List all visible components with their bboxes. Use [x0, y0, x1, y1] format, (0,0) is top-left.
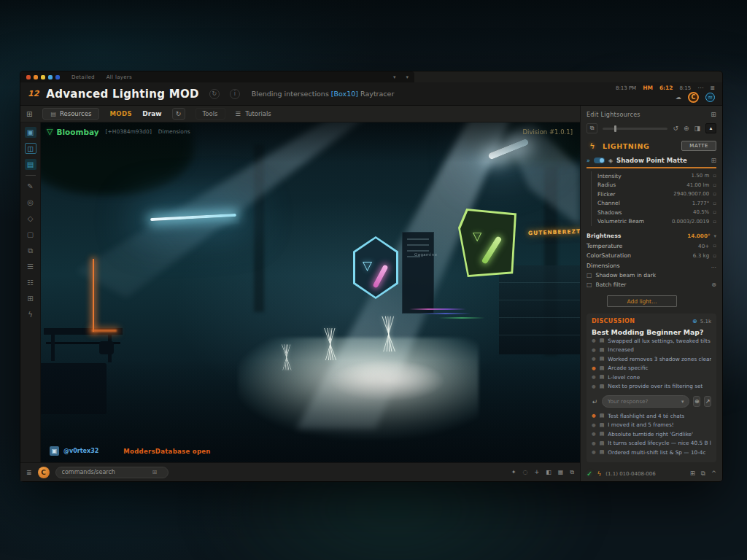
timeline-scrubber[interactable]: [603, 128, 667, 130]
message-row[interactable]: ●▤L-level cone: [592, 373, 711, 382]
reply-input[interactable]: ▾: [602, 395, 690, 408]
window-dot[interactable]: [41, 75, 45, 79]
split-view-icon[interactable]: ◧: [546, 469, 551, 475]
rows-tool-icon[interactable]: ☷: [25, 277, 36, 288]
export-button[interactable]: ▴: [705, 123, 716, 133]
reply-field[interactable]: [608, 398, 678, 405]
app-logo-icon[interactable]: C: [688, 92, 699, 103]
property-row[interactable]: Flicker2940.9007.00▫: [597, 190, 716, 199]
attach-button[interactable]: ⊕: [693, 396, 700, 407]
stepper-icon[interactable]: ▫: [713, 219, 716, 225]
stepper-icon[interactable]: ▫: [713, 253, 716, 259]
sphere-tool-icon[interactable]: ◎: [25, 197, 36, 208]
menu-all-layers[interactable]: All layers: [107, 74, 132, 80]
message-row[interactable]: ●▤Swapped all lux settings, tweaked tilt…: [592, 336, 711, 346]
selected-light-row[interactable]: ϟ LIGHTNING MATTE: [587, 141, 716, 151]
property-row[interactable]: Volumetric Beam0.0003/2.0019▫: [597, 217, 716, 227]
frames-tool-icon[interactable]: ◫: [25, 143, 36, 154]
preset-toggle[interactable]: [594, 158, 605, 163]
reply-item[interactable]: ●▤Absolute turntide right 'Gridlike': [592, 429, 711, 439]
chevrons-icon[interactable]: »: [587, 158, 590, 164]
add-light-button[interactable]: Add light…: [607, 295, 677, 307]
tab-tutorials[interactable]: ☰ Tutorials: [236, 110, 271, 117]
reply-item[interactable]: ●▤Test flashlight and 4 té chats: [592, 411, 711, 421]
input-grid-icon[interactable]: ⊞: [152, 469, 158, 475]
add-icon[interactable]: ⊕: [684, 125, 689, 132]
property-row[interactable]: Channel1.777°▫: [597, 199, 716, 209]
scene-viewport[interactable]: ▽ Gagamine ▽ GUTENBEREZTA ▽ Bloombay [+H…: [41, 122, 580, 462]
pen-tool-icon[interactable]: ✎: [25, 181, 36, 192]
layers-tool-icon[interactable]: ▤: [25, 159, 36, 170]
checkbox-row[interactable]: □Batch filter⊛: [587, 280, 716, 289]
grid-icon[interactable]: ⊞: [26, 110, 32, 118]
reply-item[interactable]: ●▤It turns scaled lifecycle — nice 40.5 …: [592, 439, 711, 448]
checkbox-icon[interactable]: □: [587, 281, 592, 288]
property-row[interactable]: Intensity1.50 m▫: [597, 171, 716, 181]
stepper-icon[interactable]: ▫: [713, 182, 716, 188]
copy-tool-icon[interactable]: ⧉: [25, 245, 36, 256]
message-row[interactable]: ●▤Worked removes 3 shadow zones clean: [592, 354, 711, 364]
wrench-icon[interactable]: ⊛: [711, 281, 716, 288]
window-dot[interactable]: [26, 75, 31, 79]
shield-tool-icon[interactable]: ◇: [25, 213, 36, 224]
list-tool-icon[interactable]: ☰: [25, 261, 36, 272]
stepper-icon[interactable]: ▫: [713, 191, 716, 197]
rotate-tool-button[interactable]: ↻: [172, 108, 185, 120]
reply-icon[interactable]: ↵: [592, 396, 598, 408]
stepper-icon[interactable]: ▫: [713, 173, 716, 179]
split-icon[interactable]: ◨: [694, 125, 700, 132]
tab-draw[interactable]: Draw: [142, 110, 161, 117]
tab-mods[interactable]: MODS: [109, 110, 132, 117]
menu-icon[interactable]: ≣: [26, 469, 32, 476]
scrubber-handle[interactable]: [614, 125, 616, 132]
account-icon[interactable]: ≈: [705, 93, 715, 102]
info-icon[interactable]: i: [230, 89, 240, 99]
window-dot[interactable]: [48, 75, 53, 79]
green-neon-sign[interactable]: ▽: [458, 209, 516, 277]
matte-button[interactable]: MATTE: [681, 141, 716, 151]
refresh-icon[interactable]: ↻: [209, 89, 220, 99]
chevron-down-icon[interactable]: ▾: [713, 233, 716, 239]
star-icon[interactable]: ✦: [511, 469, 516, 475]
discussion-badge-icon[interactable]: ⊕: [692, 318, 697, 324]
expand-icon[interactable]: ^: [711, 470, 716, 478]
tab-tools[interactable]: Tools: [196, 108, 225, 120]
discussion-title[interactable]: Best Modding Beginner Map?: [592, 328, 711, 336]
window-dot[interactable]: [34, 75, 38, 79]
property-row[interactable]: Temperature40+▫: [587, 241, 716, 252]
chevron-down-icon[interactable]: ▾: [393, 74, 396, 80]
grid-tool-icon[interactable]: ⊞: [25, 293, 36, 304]
copy-icon[interactable]: ⧉: [570, 469, 574, 476]
checkbox-icon[interactable]: □: [587, 272, 592, 279]
property-row[interactable]: Brightness14.000°▾: [587, 231, 716, 241]
property-row[interactable]: Radius41.00 lm▫: [597, 181, 716, 190]
user-tool-icon[interactable]: ▣: [25, 127, 36, 138]
panel-grid-icon[interactable]: ⊞: [711, 111, 716, 118]
username-link[interactable]: @v0rtex32: [63, 448, 98, 454]
tab-resources[interactable]: ▤ Resources: [42, 108, 99, 120]
window-dot[interactable]: [55, 75, 60, 79]
message-row[interactable]: ●▤Arcade specific: [592, 364, 711, 373]
reply-item[interactable]: ●▤Ordered multi-shift list & Sp — 10-4c: [592, 448, 711, 457]
chevron-down-icon[interactable]: ▾: [406, 74, 409, 80]
checkbox-row[interactable]: □Shadow beam in dark: [587, 271, 716, 280]
menu-detailed[interactable]: Detailed: [71, 74, 95, 80]
box10-link[interactable]: [Box10]: [331, 90, 358, 98]
command-input[interactable]: [62, 469, 148, 475]
more-icon[interactable]: ⋯: [697, 85, 703, 91]
stepper-icon[interactable]: ▫: [713, 243, 716, 249]
copy-icon[interactable]: ⧉: [701, 470, 705, 478]
reply-item[interactable]: ●▤I moved it and 5 frames!: [592, 421, 711, 430]
message-row[interactable]: ●▤Increased: [592, 346, 711, 355]
grid-view-icon[interactable]: ▦: [558, 469, 564, 475]
target-icon[interactable]: ◌: [522, 469, 527, 475]
stepper-icon[interactable]: ▫: [713, 201, 716, 206]
message-row[interactable]: ●▤Next to provide over its filtering set: [592, 382, 711, 392]
user-avatar[interactable]: C: [38, 467, 50, 478]
stepper-icon[interactable]: ▫: [713, 209, 716, 215]
copy-icon[interactable]: ⧉: [587, 123, 597, 133]
menu-icon[interactable]: ≣: [710, 85, 715, 91]
undo-icon[interactable]: ↺: [673, 125, 678, 132]
send-button[interactable]: ↗: [704, 396, 711, 407]
chevron-down-icon[interactable]: ▾: [681, 399, 684, 405]
